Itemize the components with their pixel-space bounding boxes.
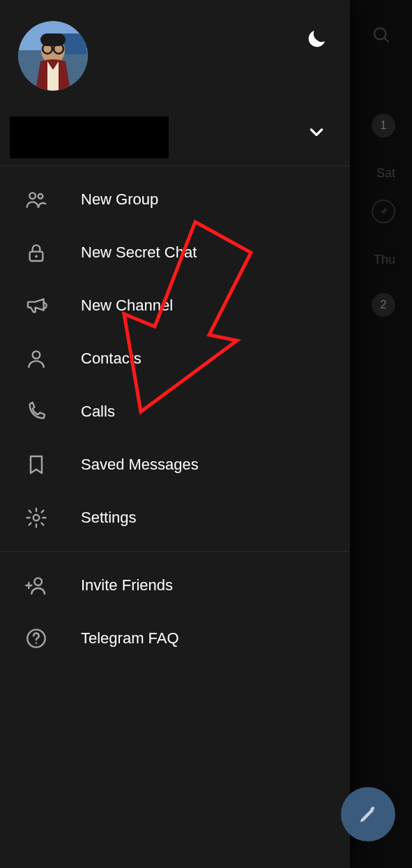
menu-contacts[interactable]: Contacts bbox=[0, 332, 350, 385]
menu-label: New Secret Chat bbox=[81, 244, 197, 262]
menu-label: New Channel bbox=[81, 297, 173, 315]
person-icon bbox=[24, 346, 49, 371]
svg-point-14 bbox=[35, 255, 38, 257]
gear-icon bbox=[24, 505, 49, 530]
phone-icon bbox=[24, 399, 49, 424]
menu-new-secret-chat[interactable]: New Secret Chat bbox=[0, 226, 350, 279]
svg-point-16 bbox=[33, 515, 40, 521]
svg-point-17 bbox=[34, 578, 42, 585]
menu-label: Saved Messages bbox=[81, 456, 199, 474]
menu-calls[interactable]: Calls bbox=[0, 385, 350, 438]
group-icon bbox=[24, 187, 49, 212]
svg-point-12 bbox=[38, 194, 43, 199]
megaphone-icon bbox=[24, 293, 49, 318]
menu-label: Telegram FAQ bbox=[81, 629, 179, 648]
lock-icon bbox=[24, 240, 49, 265]
navigation-drawer: New Group New Secret Chat New Channel Co… bbox=[0, 0, 350, 868]
menu-label: New Group bbox=[81, 190, 158, 209]
svg-point-11 bbox=[29, 193, 36, 199]
svg-point-15 bbox=[33, 351, 40, 359]
svg-point-21 bbox=[36, 642, 37, 643]
bookmark-icon bbox=[24, 452, 49, 477]
menu-telegram-faq[interactable]: Telegram FAQ bbox=[0, 612, 350, 665]
avatar[interactable] bbox=[18, 21, 88, 91]
menu-label: Calls bbox=[81, 403, 115, 421]
menu-label: Invite Friends bbox=[81, 576, 173, 594]
menu-label: Contacts bbox=[81, 350, 142, 368]
help-icon bbox=[24, 626, 49, 651]
menu-new-group[interactable]: New Group bbox=[0, 173, 350, 226]
account-switcher-toggle[interactable] bbox=[303, 118, 330, 146]
menu-new-channel[interactable]: New Channel bbox=[0, 279, 350, 332]
drawer-header bbox=[0, 0, 350, 165]
night-mode-toggle[interactable] bbox=[303, 25, 330, 53]
account-name-redacted bbox=[10, 117, 169, 158]
menu-saved-messages[interactable]: Saved Messages bbox=[0, 438, 350, 491]
person-add-icon bbox=[24, 573, 49, 598]
menu-invite-friends[interactable]: Invite Friends bbox=[0, 559, 350, 612]
compose-fab[interactable] bbox=[341, 787, 395, 841]
menu-label: Settings bbox=[81, 509, 137, 527]
menu-settings[interactable]: Settings bbox=[0, 491, 350, 544]
